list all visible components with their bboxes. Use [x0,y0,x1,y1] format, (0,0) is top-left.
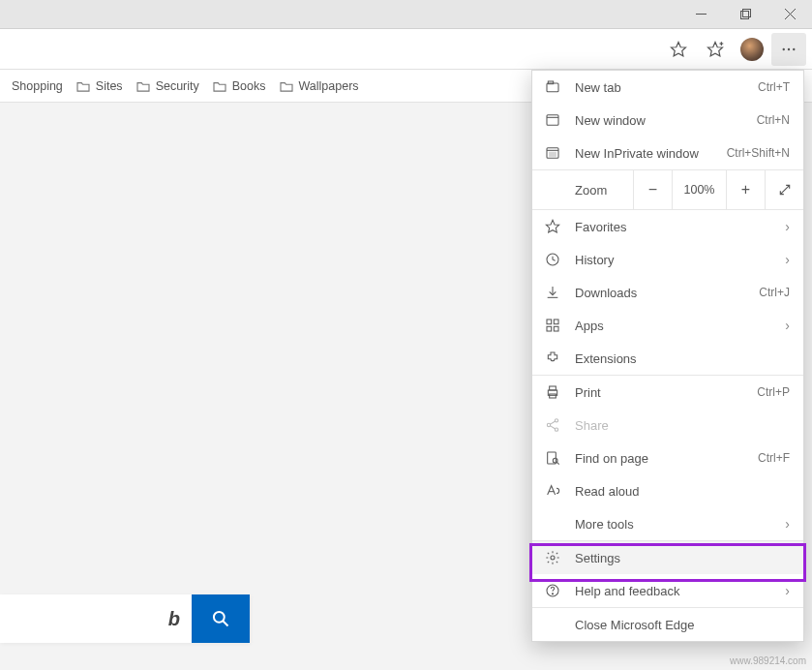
svg-point-12 [214,612,225,623]
menu-item-more-tools[interactable]: More tools › [532,507,803,540]
svg-point-10 [788,47,790,49]
svg-line-13 [224,622,228,626]
svg-point-9 [783,47,785,49]
favbar-item-books[interactable]: Books [213,79,266,93]
search-button[interactable] [192,594,250,643]
read-aloud-icon [544,482,561,500]
menu-item-shortcut: Ctrl+T [758,80,790,94]
favbar-item-security[interactable]: Security [136,79,199,93]
favbar-item-wallpapers[interactable]: Wallpapers [280,79,359,93]
menu-item-zoom: Zoom − 100% + [532,170,803,209]
menu-item-shortcut: Ctrl+Shift+N [727,146,790,160]
menu-item-new-tab[interactable]: New tab Ctrl+T [532,71,803,104]
menu-item-label: Share [575,418,790,433]
watermark: www.989214.com [730,655,806,666]
tab-icon [544,78,561,96]
gear-icon [544,549,561,566]
print-icon [544,383,561,401]
menu-item-shortcut: Ctrl+F [758,451,790,465]
extensions-icon [544,350,561,367]
menu-item-label: Downloads [575,286,745,300]
menu-item-label: Read aloud [575,484,790,499]
minimize-button[interactable] [678,0,723,29]
menu-item-settings[interactable]: Settings [532,541,803,574]
menu-item-new-window[interactable]: New window Ctrl+N [532,104,803,137]
folder-icon [213,80,226,92]
svg-point-41 [551,556,555,560]
profile-button[interactable] [735,33,769,66]
svg-rect-28 [554,326,558,331]
favorites-button[interactable] [698,33,733,66]
blank-icon [544,515,561,533]
menu-item-label: Extensions [575,351,790,366]
zoom-label: Zoom [532,183,633,198]
favbar-item-label: Sites [96,79,123,93]
svg-rect-30 [550,386,556,390]
svg-point-38 [553,458,557,463]
menu-item-label: History [575,253,771,267]
folder-icon [136,80,150,92]
apps-icon [544,317,561,334]
close-button[interactable] [767,0,812,29]
download-icon [544,284,561,301]
star-icon [544,218,561,235]
zoom-in-button[interactable]: + [726,170,765,209]
svg-rect-14 [547,83,558,92]
menu-item-shortcut: Ctrl+J [759,286,790,299]
favbar-item-label: Shopping [12,79,63,93]
add-favorite-button[interactable] [661,33,696,66]
blank-icon [544,616,561,633]
menu-item-apps[interactable]: Apps › [532,309,803,342]
svg-rect-25 [547,320,552,324]
menu-item-label: Help and feedback [575,584,771,598]
menu-item-print[interactable]: Print Ctrl+P [532,376,803,409]
more-button[interactable] [771,33,806,66]
chevron-right-icon: › [785,318,790,333]
window-icon [544,111,561,129]
bing-icon: b [168,608,180,630]
svg-line-36 [550,426,555,429]
svg-rect-16 [547,115,558,126]
inprivate-icon [544,144,561,162]
svg-rect-15 [548,81,553,84]
menu-item-favorites[interactable]: Favorites › [532,210,803,243]
svg-point-11 [793,47,795,49]
menu-item-help[interactable]: Help and feedback › [532,574,803,607]
svg-line-39 [557,463,559,465]
maximize-button[interactable] [723,0,767,29]
menu-item-extensions[interactable]: Extensions [532,342,803,375]
avatar [740,38,764,61]
chevron-right-icon: › [785,583,790,598]
help-icon [544,582,561,599]
chevron-right-icon: › [785,252,790,267]
menu-item-find[interactable]: Find on page Ctrl+F [532,442,803,474]
settings-and-more-menu: New tab Ctrl+T New window Ctrl+N New InP… [531,70,804,642]
folder-icon [280,80,293,92]
menu-item-shortcut: Ctrl+N [757,113,790,127]
menu-item-label: Close Microsoft Edge [575,618,790,632]
zoom-out-button[interactable]: − [633,170,672,209]
search-box[interactable]: b [0,594,250,643]
svg-rect-27 [547,326,552,331]
menu-item-shortcut: Ctrl+P [757,385,790,399]
window-titlebar [0,0,812,29]
svg-rect-20 [550,152,556,156]
favbar-item-label: Wallpapers [299,79,359,93]
menu-item-close-edge[interactable]: Close Microsoft Edge [532,608,803,641]
browser-toolbar [0,29,812,70]
favbar-item-sites[interactable]: Sites [76,79,123,93]
menu-item-new-inprivate[interactable]: New InPrivate window Ctrl+Shift+N [532,137,803,169]
menu-item-label: Favorites [575,220,771,234]
svg-rect-26 [554,320,558,324]
fullscreen-button[interactable] [765,170,803,209]
menu-item-label: Find on page [575,451,744,466]
favbar-item-label: Books [232,79,266,93]
menu-item-history[interactable]: History › [532,243,803,276]
svg-marker-6 [708,42,723,55]
menu-item-downloads[interactable]: Downloads Ctrl+J [532,276,803,309]
menu-item-read-aloud[interactable]: Read aloud [532,474,803,507]
menu-item-label: New window [575,113,743,128]
favbar-item-shopping[interactable]: Shopping [12,79,63,93]
folder-icon [76,80,90,92]
menu-item-share: Share [532,409,803,442]
